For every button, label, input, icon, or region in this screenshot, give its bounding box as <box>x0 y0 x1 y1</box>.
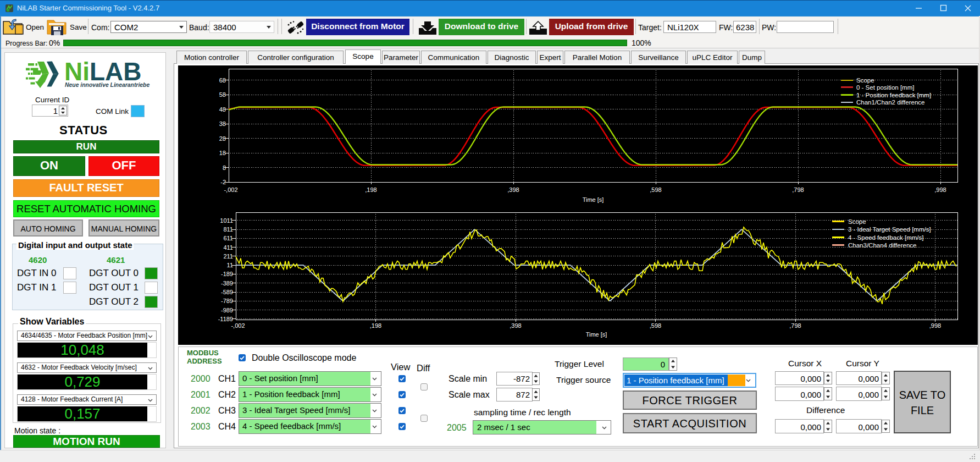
svg-text:Neue innovative Linearantriebe: Neue innovative Linearantriebe <box>65 82 150 88</box>
svg-text:211: 211 <box>223 253 233 260</box>
svg-text:58: 58 <box>219 91 226 98</box>
svg-text:,998: ,998 <box>934 186 946 193</box>
svg-text:-,002: -,002 <box>231 322 245 329</box>
svg-text:,598: ,598 <box>650 186 661 193</box>
svg-text:,398: ,398 <box>507 186 519 193</box>
svg-text:,798: ,798 <box>789 322 801 329</box>
svg-text:Scope: Scope <box>848 218 866 225</box>
svg-text:-389: -389 <box>221 280 233 287</box>
svg-text:8: 8 <box>223 164 226 171</box>
svg-text:11: 11 <box>227 262 233 268</box>
svg-text:,198: ,198 <box>365 186 377 193</box>
svg-text:Chan1/Chan2 difference: Chan1/Chan2 difference <box>856 99 924 106</box>
svg-text:-2: -2 <box>220 179 226 185</box>
svg-text:,198: ,198 <box>370 322 381 329</box>
svg-text:,798: ,798 <box>792 186 804 193</box>
svg-text:-189: -189 <box>221 271 233 277</box>
svg-text:,398: ,398 <box>510 322 521 329</box>
svg-text:1011: 1011 <box>220 217 233 224</box>
svg-text:,998: ,998 <box>929 322 941 329</box>
svg-text:38: 38 <box>219 120 226 127</box>
svg-text:-1189: -1189 <box>218 316 233 322</box>
svg-text:Chan3/Chan4 difference: Chan3/Chan4 difference <box>848 242 916 249</box>
svg-text:Time [s]: Time [s] <box>586 331 607 338</box>
svg-text:,598: ,598 <box>650 322 661 329</box>
svg-text:68: 68 <box>219 77 226 84</box>
svg-text:Scope: Scope <box>856 77 874 84</box>
svg-text:-989: -989 <box>221 307 233 314</box>
svg-text:4 - Speed feedback [mm/s]: 4 - Speed feedback [mm/s] <box>848 234 923 241</box>
svg-text:-789: -789 <box>221 298 233 304</box>
svg-text:48: 48 <box>219 106 226 113</box>
svg-text:611: 611 <box>223 235 233 241</box>
svg-text:811: 811 <box>223 226 233 233</box>
svg-text:Time [s]: Time [s] <box>583 196 604 203</box>
svg-text:-,002: -,002 <box>224 186 237 193</box>
svg-text:3 - Ideal Target Speed [mm/s]: 3 - Ideal Target Speed [mm/s] <box>848 226 931 233</box>
svg-text:-589: -589 <box>221 289 233 295</box>
svg-text:411: 411 <box>223 244 233 251</box>
svg-text:0 - Set position [mm]: 0 - Set position [mm] <box>856 84 914 91</box>
svg-text:28: 28 <box>219 135 226 142</box>
svg-text:1 - Position feedback [mm]: 1 - Position feedback [mm] <box>856 92 931 98</box>
svg-text:18: 18 <box>219 150 226 156</box>
